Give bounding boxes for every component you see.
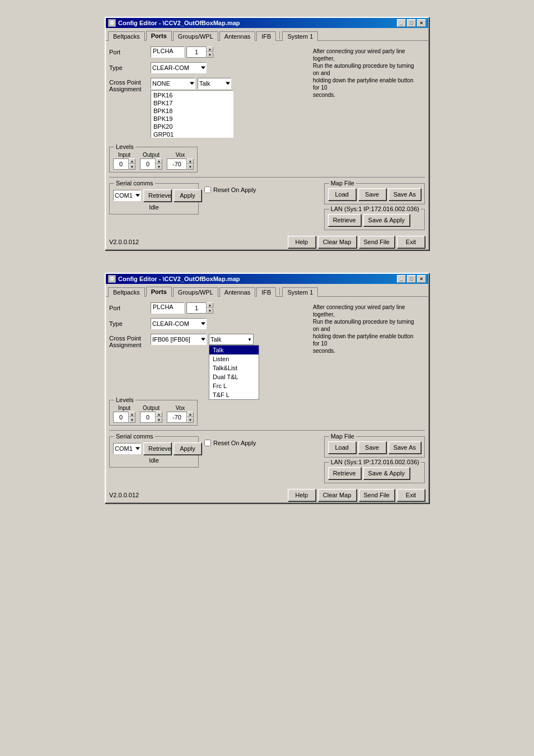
save-apply-btn-1[interactable]: Save & Apply — [363, 214, 410, 226]
save-as-btn-2[interactable]: Save As — [388, 441, 421, 454]
input-spinner-field-1[interactable] — [113, 158, 129, 170]
output-spinner-field-1[interactable] — [140, 158, 156, 170]
tab-ifb-2[interactable]: IFB — [256, 287, 276, 297]
app-icon-1: ⚙ — [108, 19, 116, 27]
input-spin-down-2[interactable]: ▼ — [129, 417, 135, 423]
talk-opt-frcl-2[interactable]: Frc L — [209, 381, 259, 390]
tab-beltpacks-2[interactable]: Beltpacks — [108, 287, 145, 297]
input-spinner-field-2[interactable] — [113, 412, 129, 423]
close-btn-1[interactable]: × — [417, 19, 426, 27]
apply-btn-2[interactable]: Apply — [174, 442, 202, 455]
talk-opt-talk-2[interactable]: Talk — [209, 346, 259, 354]
talk-opt-dualtl-2[interactable]: Dual T&L — [209, 372, 259, 381]
tab-ports-2[interactable]: Ports — [146, 287, 172, 297]
talk-dropdown-2: Talk Listen Talk&List Dual T&L Frc L T&F… — [209, 345, 259, 400]
tab-system1-2[interactable]: System 1 — [282, 287, 318, 297]
lan-retrieve-btn-1[interactable]: Retrieve — [328, 214, 361, 226]
reset-check-input-2[interactable] — [204, 440, 211, 446]
input-spinner-1: ▲ ▼ — [113, 158, 135, 170]
list-item-grp01-1[interactable]: GRP01 — [152, 130, 232, 138]
save-as-btn-1[interactable]: Save As — [388, 188, 421, 200]
port-spinner-1: ▲ ▼ — [186, 46, 213, 58]
cross-select-2[interactable]: IFB06 [IFB06] — [151, 334, 207, 345]
tab-antennas-2[interactable]: Antennas — [219, 287, 255, 297]
save-apply-btn-2[interactable]: Save & Apply — [363, 467, 410, 479]
output-spin-up-2[interactable]: ▲ — [156, 412, 162, 417]
minimize-btn-2[interactable]: _ — [397, 275, 406, 283]
port-spinner-input-1[interactable] — [186, 46, 207, 58]
help-btn-2[interactable]: Help — [288, 489, 316, 501]
reset-check-input-1[interactable] — [204, 186, 211, 193]
clear-map-btn-2[interactable]: Clear Map — [318, 489, 357, 501]
talk-opt-tfl-2[interactable]: T&F L — [209, 390, 259, 399]
output-spin-up-1[interactable]: ▲ — [156, 158, 162, 164]
save-btn-2[interactable]: Save — [358, 441, 386, 454]
input-spin-up-1[interactable]: ▲ — [129, 158, 135, 164]
list-item-bpk17-1[interactable]: BPK17 — [152, 99, 232, 107]
com-select-wrapper-1: COM1 COM2 — [113, 190, 141, 201]
vox-spin-up-2[interactable]: ▲ — [187, 412, 194, 417]
talk-select-display-2[interactable]: Talk ▼ — [209, 334, 254, 345]
vox-spin-down-2[interactable]: ▼ — [187, 417, 194, 423]
output-spin-down-2[interactable]: ▼ — [156, 417, 162, 423]
tab-beltpacks-1[interactable]: Beltpacks — [108, 31, 145, 41]
tab-ports-1[interactable]: Ports — [146, 31, 172, 41]
vox-spinner-field-1[interactable] — [167, 158, 187, 170]
tab-groups-1[interactable]: Groups/WPL — [173, 31, 218, 41]
type-select-2[interactable]: CLEAR-COM — [151, 318, 207, 329]
load-btn-2[interactable]: Load — [328, 441, 356, 454]
port-spinner-input-2[interactable] — [186, 302, 207, 314]
exit-btn-1[interactable]: Exit — [397, 236, 425, 248]
spin-down-2[interactable]: ▼ — [207, 308, 213, 314]
talk-opt-listen-2[interactable]: Listen — [209, 354, 259, 363]
talk-select-1[interactable]: Talk — [198, 78, 231, 89]
type-select-wrapper-1: CLEAR-COM RTS NONE — [151, 62, 207, 73]
clear-map-btn-1[interactable]: Clear Map — [318, 236, 357, 248]
com-select-2[interactable]: COM1 — [113, 443, 141, 454]
com-select-1[interactable]: COM1 COM2 — [113, 190, 141, 201]
list-item-bpk20-1[interactable]: BPK20 — [152, 123, 232, 130]
exit-btn-2[interactable]: Exit — [397, 489, 425, 501]
cross-row-2: Cross PointAssignment IFB06 [IFB06] — [109, 334, 308, 348]
type-select-1[interactable]: CLEAR-COM RTS NONE — [151, 62, 207, 73]
spin-down-1[interactable]: ▼ — [207, 52, 213, 58]
maximize-btn-1[interactable]: □ — [407, 19, 416, 27]
cross-select-1[interactable]: NONE IFB01 — [151, 78, 195, 89]
reset-checkbox-1[interactable]: Reset On Apply — [204, 186, 256, 193]
vox-spin-down-1[interactable]: ▼ — [187, 164, 194, 170]
minimize-btn-1[interactable]: _ — [397, 19, 406, 27]
input-spin-up-2[interactable]: ▲ — [129, 412, 135, 417]
vox-spinner-field-2[interactable] — [167, 412, 187, 423]
spin-up-2[interactable]: ▲ — [207, 302, 213, 308]
talk-opt-talklist-2[interactable]: Talk&List — [209, 363, 259, 372]
send-file-btn-1[interactable]: Send File — [359, 236, 395, 248]
input-spin-down-1[interactable]: ▼ — [129, 164, 135, 170]
save-btn-1[interactable]: Save — [358, 188, 386, 200]
lan-title-1: LAN (Sys:1 IP:172.016.002.036) — [329, 206, 421, 212]
help-btn-1[interactable]: Help — [288, 236, 316, 248]
retrieve-btn-2[interactable]: Retrieve — [143, 442, 171, 455]
load-btn-1[interactable]: Load — [328, 188, 356, 200]
list-item-bpk18-1[interactable]: BPK18 — [152, 107, 232, 115]
retrieve-btn-1[interactable]: Retrieve — [143, 189, 171, 202]
map-file-title-1: Map File — [329, 180, 356, 186]
output-spinner-field-2[interactable] — [140, 412, 156, 423]
list-item-bpk16-1[interactable]: BPK16 — [152, 91, 232, 99]
vox-level-2: Vox ▲ ▼ — [167, 405, 194, 423]
lan-retrieve-btn-2[interactable]: Retrieve — [328, 467, 361, 479]
tab-groups-2[interactable]: Groups/WPL — [173, 287, 218, 297]
list-item-bpk19-1[interactable]: BPK19 — [152, 115, 232, 123]
output-level-label-1: Output — [143, 152, 160, 158]
tab-ifb-1[interactable]: IFB — [256, 31, 276, 41]
close-btn-2[interactable]: × — [417, 275, 426, 283]
maximize-btn-2[interactable]: □ — [407, 275, 416, 283]
spin-up-1[interactable]: ▲ — [207, 46, 213, 52]
apply-btn-1[interactable]: Apply — [174, 189, 202, 202]
output-spin-down-1[interactable]: ▼ — [156, 164, 162, 170]
reset-checkbox-2[interactable]: Reset On Apply — [204, 440, 256, 446]
vox-spin-up-1[interactable]: ▲ — [187, 158, 194, 164]
send-file-btn-2[interactable]: Send File — [359, 489, 395, 501]
tab-system1-1[interactable]: System 1 — [282, 31, 318, 41]
tab-antennas-1[interactable]: Antennas — [219, 31, 255, 41]
cross-listbox-1[interactable]: BPK16 BPK17 BPK18 BPK19 BPK20 GRP01 GRP0… — [151, 90, 233, 138]
